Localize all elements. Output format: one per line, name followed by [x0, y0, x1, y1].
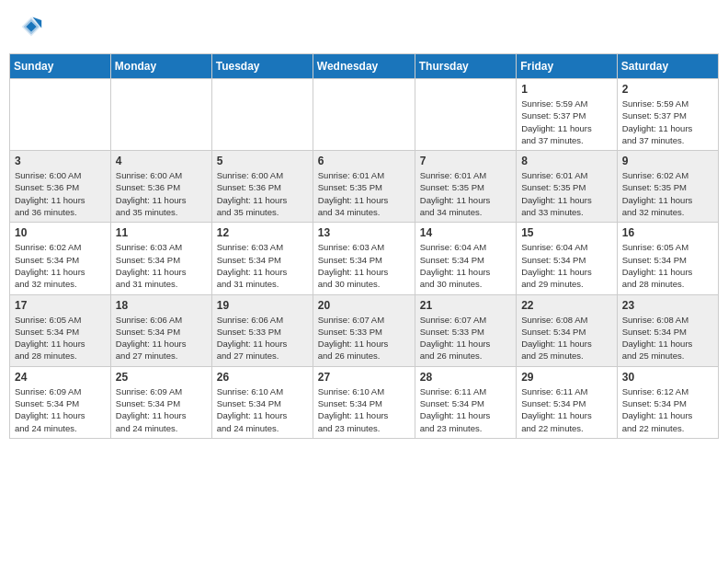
calendar-cell: 27Sunrise: 6:10 AM Sunset: 5:34 PM Dayli… — [313, 366, 415, 438]
day-number: 27 — [318, 371, 410, 384]
calendar-table: SundayMondayTuesdayWednesdayThursdayFrid… — [9, 53, 719, 439]
day-info: Sunrise: 6:04 AM Sunset: 5:34 PM Dayligh… — [521, 241, 612, 290]
calendar-cell: 3Sunrise: 6:00 AM Sunset: 5:36 PM Daylig… — [10, 151, 111, 223]
day-number: 9 — [622, 155, 713, 167]
day-number: 29 — [521, 371, 612, 384]
day-number: 10 — [15, 226, 106, 239]
calendar-cell: 1Sunrise: 5:59 AM Sunset: 5:37 PM Daylig… — [517, 79, 618, 151]
calendar-cell: 6Sunrise: 6:01 AM Sunset: 5:35 PM Daylig… — [313, 151, 415, 223]
calendar-cell: 18Sunrise: 6:06 AM Sunset: 5:34 PM Dayli… — [110, 294, 211, 366]
weekday-header-thursday: Thursday — [415, 54, 516, 79]
day-info: Sunrise: 6:06 AM Sunset: 5:34 PM Dayligh… — [116, 314, 207, 362]
day-info: Sunrise: 6:08 AM Sunset: 5:34 PM Dayligh… — [521, 314, 612, 362]
day-info: Sunrise: 6:12 AM Sunset: 5:34 PM Dayligh… — [622, 385, 713, 434]
day-info: Sunrise: 6:03 AM Sunset: 5:34 PM Dayligh… — [217, 241, 308, 290]
day-info: Sunrise: 6:02 AM Sunset: 5:35 PM Dayligh… — [622, 169, 713, 218]
calendar-cell: 12Sunrise: 6:03 AM Sunset: 5:34 PM Dayli… — [211, 223, 313, 294]
week-row-4: 17Sunrise: 6:05 AM Sunset: 5:34 PM Dayli… — [10, 294, 719, 366]
day-info: Sunrise: 6:01 AM Sunset: 5:35 PM Dayligh… — [318, 169, 410, 218]
day-info: Sunrise: 6:10 AM Sunset: 5:34 PM Dayligh… — [217, 385, 308, 434]
day-number: 23 — [622, 299, 713, 312]
day-number: 5 — [217, 155, 308, 167]
calendar-cell: 28Sunrise: 6:11 AM Sunset: 5:34 PM Dayli… — [415, 366, 516, 438]
weekday-header-sunday: Sunday — [10, 54, 111, 79]
calendar-cell: 30Sunrise: 6:12 AM Sunset: 5:34 PM Dayli… — [617, 366, 718, 438]
day-number: 11 — [116, 226, 207, 239]
calendar-cell: 5Sunrise: 6:00 AM Sunset: 5:36 PM Daylig… — [211, 151, 313, 223]
day-info: Sunrise: 6:02 AM Sunset: 5:34 PM Dayligh… — [15, 241, 106, 290]
calendar-cell — [10, 79, 111, 151]
calendar-cell — [110, 79, 211, 151]
week-row-1: 1Sunrise: 5:59 AM Sunset: 5:37 PM Daylig… — [10, 79, 719, 151]
day-info: Sunrise: 6:04 AM Sunset: 5:34 PM Dayligh… — [420, 241, 511, 290]
day-number: 17 — [15, 299, 106, 312]
week-row-3: 10Sunrise: 6:02 AM Sunset: 5:34 PM Dayli… — [10, 223, 719, 294]
calendar-cell — [415, 79, 516, 151]
day-info: Sunrise: 6:05 AM Sunset: 5:34 PM Dayligh… — [15, 314, 106, 362]
calendar-cell: 23Sunrise: 6:08 AM Sunset: 5:34 PM Dayli… — [617, 294, 718, 366]
calendar-cell: 7Sunrise: 6:01 AM Sunset: 5:35 PM Daylig… — [415, 151, 516, 223]
weekday-header-row: SundayMondayTuesdayWednesdayThursdayFrid… — [10, 54, 719, 79]
week-row-2: 3Sunrise: 6:00 AM Sunset: 5:36 PM Daylig… — [10, 151, 719, 223]
day-info: Sunrise: 5:59 AM Sunset: 5:37 PM Dayligh… — [521, 98, 612, 146]
logo — [18, 14, 48, 40]
day-number: 21 — [420, 299, 511, 312]
week-row-5: 24Sunrise: 6:09 AM Sunset: 5:34 PM Dayli… — [10, 366, 719, 438]
calendar-cell: 14Sunrise: 6:04 AM Sunset: 5:34 PM Dayli… — [415, 223, 516, 294]
day-number: 18 — [116, 299, 207, 312]
calendar-cell: 19Sunrise: 6:06 AM Sunset: 5:33 PM Dayli… — [211, 294, 313, 366]
calendar-cell: 24Sunrise: 6:09 AM Sunset: 5:34 PM Dayli… — [10, 366, 111, 438]
calendar-cell: 26Sunrise: 6:10 AM Sunset: 5:34 PM Dayli… — [211, 366, 313, 438]
day-number: 1 — [521, 83, 612, 96]
day-info: Sunrise: 6:09 AM Sunset: 5:34 PM Dayligh… — [116, 385, 207, 434]
day-number: 15 — [521, 226, 612, 239]
day-number: 24 — [15, 371, 106, 384]
weekday-header-friday: Friday — [517, 54, 618, 79]
day-number: 26 — [217, 371, 308, 384]
day-number: 22 — [521, 299, 612, 312]
day-number: 13 — [318, 226, 410, 239]
weekday-header-monday: Monday — [110, 54, 211, 79]
logo-icon — [18, 14, 44, 40]
calendar-cell: 21Sunrise: 6:07 AM Sunset: 5:33 PM Dayli… — [415, 294, 516, 366]
calendar-cell — [211, 79, 313, 151]
day-number: 16 — [622, 226, 713, 239]
calendar-cell: 25Sunrise: 6:09 AM Sunset: 5:34 PM Dayli… — [110, 366, 211, 438]
day-number: 4 — [116, 155, 207, 167]
day-number: 20 — [318, 299, 410, 312]
weekday-header-saturday: Saturday — [617, 54, 718, 79]
day-info: Sunrise: 6:03 AM Sunset: 5:34 PM Dayligh… — [116, 241, 207, 290]
calendar-cell: 17Sunrise: 6:05 AM Sunset: 5:34 PM Dayli… — [10, 294, 111, 366]
calendar-cell: 9Sunrise: 6:02 AM Sunset: 5:35 PM Daylig… — [617, 151, 718, 223]
day-info: Sunrise: 6:06 AM Sunset: 5:33 PM Dayligh… — [217, 314, 308, 362]
day-info: Sunrise: 6:08 AM Sunset: 5:34 PM Dayligh… — [622, 314, 713, 362]
weekday-header-tuesday: Tuesday — [211, 54, 313, 79]
day-info: Sunrise: 6:07 AM Sunset: 5:33 PM Dayligh… — [420, 314, 511, 362]
day-info: Sunrise: 6:09 AM Sunset: 5:34 PM Dayligh… — [15, 385, 106, 434]
day-info: Sunrise: 6:00 AM Sunset: 5:36 PM Dayligh… — [15, 169, 106, 218]
calendar-cell — [313, 79, 415, 151]
day-number: 14 — [420, 226, 511, 239]
day-info: Sunrise: 6:03 AM Sunset: 5:34 PM Dayligh… — [318, 241, 410, 290]
calendar-cell: 15Sunrise: 6:04 AM Sunset: 5:34 PM Dayli… — [517, 223, 618, 294]
calendar-cell: 29Sunrise: 6:11 AM Sunset: 5:34 PM Dayli… — [517, 366, 618, 438]
calendar-cell: 13Sunrise: 6:03 AM Sunset: 5:34 PM Dayli… — [313, 223, 415, 294]
day-number: 2 — [622, 83, 713, 96]
day-info: Sunrise: 6:07 AM Sunset: 5:33 PM Dayligh… — [318, 314, 410, 362]
page-header — [9, 9, 719, 44]
calendar-cell: 20Sunrise: 6:07 AM Sunset: 5:33 PM Dayli… — [313, 294, 415, 366]
day-info: Sunrise: 6:00 AM Sunset: 5:36 PM Dayligh… — [116, 169, 207, 218]
day-number: 30 — [622, 371, 713, 384]
calendar-cell: 10Sunrise: 6:02 AM Sunset: 5:34 PM Dayli… — [10, 223, 111, 294]
day-info: Sunrise: 6:11 AM Sunset: 5:34 PM Dayligh… — [420, 385, 511, 434]
calendar-cell: 22Sunrise: 6:08 AM Sunset: 5:34 PM Dayli… — [517, 294, 618, 366]
day-info: Sunrise: 5:59 AM Sunset: 5:37 PM Dayligh… — [622, 98, 713, 146]
day-info: Sunrise: 6:11 AM Sunset: 5:34 PM Dayligh… — [521, 385, 612, 434]
calendar-cell: 4Sunrise: 6:00 AM Sunset: 5:36 PM Daylig… — [110, 151, 211, 223]
day-info: Sunrise: 6:01 AM Sunset: 5:35 PM Dayligh… — [420, 169, 511, 218]
day-number: 19 — [217, 299, 308, 312]
day-number: 6 — [318, 155, 410, 167]
calendar-cell: 11Sunrise: 6:03 AM Sunset: 5:34 PM Dayli… — [110, 223, 211, 294]
day-number: 25 — [116, 371, 207, 384]
calendar-cell: 8Sunrise: 6:01 AM Sunset: 5:35 PM Daylig… — [517, 151, 618, 223]
